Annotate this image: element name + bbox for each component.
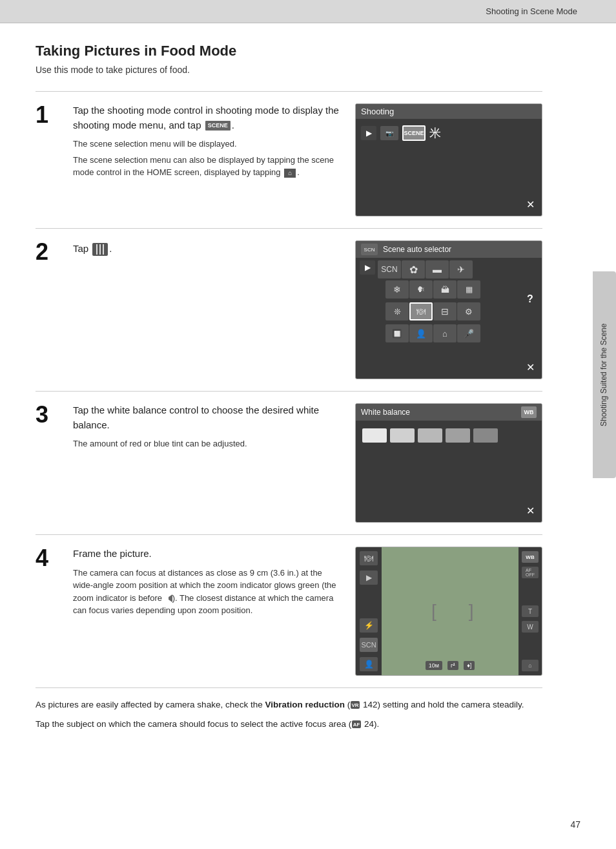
shooting-top-bar: Shooting (356, 104, 542, 119)
step-1: 1 Tap the shooting mode control in shoot… (36, 91, 542, 228)
bottom-notes: As pictures are easily affected by camer… (36, 687, 542, 731)
wb-top-bar: White balance WB (356, 404, 542, 421)
page-subtitle: Use this mode to take pictures of food. (36, 65, 542, 75)
step-2-content: Tap . (73, 240, 342, 379)
header-bar: Shooting in Scene Mode (0, 0, 616, 23)
wb-swatches (356, 421, 542, 450)
page-number: 47 (570, 819, 580, 830)
close-button-2[interactable]: ✕ (524, 361, 537, 373)
frame-icon-play: ▶ (360, 571, 378, 585)
scene-cell-9[interactable]: ❊ (385, 302, 409, 320)
svg-text:VR: VR (352, 702, 359, 708)
wb-badge: WB (521, 406, 537, 418)
bracket-left: [ (431, 601, 436, 622)
step-4: 4 Frame the picture. The camera can focu… (36, 534, 542, 687)
step-4-note: The camera can focus at distances as clo… (73, 567, 342, 617)
help-button[interactable]: ? (524, 293, 537, 306)
scene-cell-12[interactable]: ⚙ (457, 302, 480, 320)
step-number-4: 4 (36, 547, 60, 676)
close-button-1[interactable]: ✕ (524, 198, 537, 211)
scene-icon: SCENE (402, 125, 426, 141)
step-2: 2 Tap . SCN Scene auto selector ▶ (36, 228, 542, 391)
frame-brackets: [ ] (431, 601, 474, 622)
scene-cell-14[interactable]: 👤 (409, 324, 433, 342)
shooting-mode-ui: Shooting ▶ 📷 SCENE 米 ✕ (355, 103, 542, 216)
vr-icon: VR (350, 700, 360, 709)
step-1-note1: The scene selection menu will be display… (73, 138, 342, 151)
scene-cell-11[interactable]: ⊟ (433, 302, 457, 320)
food-icon (91, 240, 109, 258)
scene-inline-icon: SCENE (205, 121, 231, 131)
wb-swatch-5[interactable] (473, 428, 498, 443)
scene-cell-3[interactable]: ▬ (426, 260, 449, 278)
scene-selector-ui: SCN Scene auto selector ▶ SCN ✿ ▬ ✈ (355, 240, 542, 379)
step-4-text: Frame the picture. (73, 547, 342, 561)
scene-cell-food[interactable]: 🍽 (409, 302, 433, 320)
scene-cell-5[interactable]: ❄ (385, 280, 409, 299)
step-3-ui: White balance WB ✕ (355, 403, 542, 523)
frame-icon-food: 🍽 (360, 551, 378, 565)
scene-cell-13[interactable]: 🔲 (385, 324, 409, 342)
step-3-content: Tap the white balance control to choose … (73, 403, 342, 523)
wb-swatch-3[interactable] (418, 428, 442, 443)
frame-icon-settings: SCN (360, 638, 378, 652)
frame-icon-flash: ⚡ (360, 618, 378, 633)
step-4-ui: 🍽 ▶ ⚡ SCN 👤 WB AFOFF T W (355, 547, 542, 676)
scene-sel-icon: SCN (361, 244, 378, 255)
bottom-note-2: Tap the subject on which the camera shou… (36, 717, 542, 731)
shooting-label: Shooting (361, 107, 394, 116)
wb-swatch-1[interactable] (362, 428, 387, 443)
scene-grid-2: ❄ 🗣 🏔 ▦ (356, 278, 542, 300)
step-3: 3 Tap the white balance control to choos… (36, 391, 542, 534)
header-title: Shooting in Scene Mode (486, 6, 577, 16)
wb-label: White balance (361, 408, 410, 417)
step-2-text: Tap . (73, 240, 342, 258)
shooting-icons-row: ▶ 📷 SCENE 米 (356, 119, 542, 147)
step-number-3: 3 (36, 403, 60, 523)
main-content: Taking Pictures in Food Mode Use this mo… (0, 23, 581, 755)
svg-text:AF: AF (353, 722, 360, 728)
scene-selector-label: Scene auto selector (383, 245, 451, 254)
scene-cell-2[interactable]: ✿ (402, 260, 425, 278)
arrow-icon (165, 594, 172, 602)
step-4-content: Frame the picture. The camera can focus … (73, 547, 342, 676)
focus-icon: AF (351, 720, 362, 729)
scene-cell-8[interactable]: ▦ (457, 280, 480, 299)
scene-cell-6[interactable]: 🗣 (409, 280, 433, 299)
frame-zoom-t[interactable]: T (522, 605, 539, 617)
wb-swatch-4[interactable] (446, 428, 470, 443)
frame-res-1: 10м (426, 661, 442, 670)
step-number-2: 2 (36, 240, 60, 379)
bottom-note-1: As pictures are easily affected by camer… (36, 698, 542, 712)
scene-grid-3: ❊ 🍽 ⊟ ⚙ (356, 300, 542, 322)
frame-left-bar: 🍽 ▶ ⚡ SCN 👤 (356, 547, 382, 675)
scene-play: ▶ (360, 260, 375, 275)
frame-ui: 🍽 ▶ ⚡ SCN 👤 WB AFOFF T W (355, 547, 542, 676)
step-1-content: Tap the shooting mode control in shootin… (73, 103, 342, 216)
step-number-1: 1 (36, 103, 60, 216)
bracket-right: ] (469, 601, 474, 622)
scene-grid-1: SCN ✿ ▬ ✈ (378, 260, 471, 278)
frame-zoom-w[interactable]: W (522, 621, 539, 633)
frame-icon-portrait: 👤 (360, 657, 378, 671)
step-3-note: The amount of red or blue tint can be ad… (73, 437, 342, 450)
page-title: Taking Pictures in Food Mode (36, 43, 542, 59)
frame-home[interactable]: ⌂ (522, 660, 539, 671)
frame-res-3: ♦] (464, 661, 475, 670)
side-tab: Shooting Suited for the Scene (593, 271, 616, 478)
scene-cell-1[interactable]: SCN (378, 260, 401, 278)
frame-right-bar: WB AFOFF T W ⌂ (518, 547, 542, 675)
scene-row-1: ▶ SCN ✿ ▬ ✈ (356, 258, 542, 278)
white-balance-ui: White balance WB ✕ (355, 403, 542, 523)
home-inline-icon: ⌂ (284, 169, 296, 178)
close-button-3[interactable]: ✕ (524, 504, 537, 517)
step-1-note2: The scene selection menu can also be dis… (73, 154, 342, 179)
step-1-text: Tap the shooting mode control in shootin… (73, 103, 342, 132)
scene-cell-4[interactable]: ✈ (449, 260, 473, 278)
scene-cell-15[interactable]: ⌂ (433, 324, 457, 342)
wb-swatch-2[interactable] (390, 428, 415, 443)
scene-cell-7[interactable]: 🏔 (433, 280, 457, 299)
vibration-reduction-label: Vibration reduction (265, 700, 345, 709)
step-3-text: Tap the white balance control to choose … (73, 403, 342, 432)
scene-cell-16[interactable]: 🎤 (457, 324, 480, 342)
